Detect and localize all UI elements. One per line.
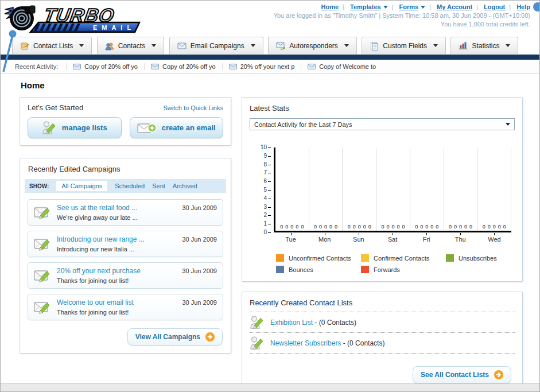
campaign-title-link[interactable]: Introducing our new range ... (57, 235, 145, 243)
app-window: TURBO EMAIL Home Templates Forms My Acco… (0, 0, 540, 392)
chart-day-group: 00000 (376, 148, 410, 231)
legend-item: Unsubscribes (446, 254, 531, 262)
contact-list-row[interactable]: Exhibition List - (0 Contacts) (250, 312, 515, 333)
envelope-icon (229, 64, 237, 69)
campaign-subtitle: Thanks for joining our list! (57, 309, 129, 316)
tab-autoresponders[interactable]: Autoresponders (268, 37, 357, 54)
login-status-text: You are logged in as "Timothy Smith" | S… (274, 12, 530, 19)
recent-activity-text: 20% off your next p (240, 63, 295, 70)
dropdown-arrow-icon (506, 44, 510, 47)
contact-list-link[interactable]: Exhibition List (270, 319, 313, 327)
campaigns-title: Recently Edited Campaigns (28, 165, 226, 173)
get-started-panel: Let's Get Started Switch to Quick Links … (20, 97, 231, 146)
nav-help-link[interactable]: Help (516, 3, 530, 10)
statistics-icon (459, 41, 468, 50)
chart-day-group: 00000 (309, 148, 343, 231)
chart-y-ticks: 012345678910 (252, 148, 271, 232)
logo-subtitle-text: EMAIL (93, 24, 135, 31)
recent-activity-item[interactable]: Copy of 20% off yo (66, 63, 144, 70)
view-all-campaigns-button[interactable]: View All Campaigns (127, 328, 223, 346)
footer-strip (1, 383, 539, 391)
tab-label: Statistics (472, 42, 499, 50)
contacts-icon (105, 41, 114, 51)
page-title: Home (21, 80, 539, 90)
tab-custom-fields[interactable]: Custom Fields (362, 37, 446, 54)
latest-stats-panel: Latest Stats Contact Activity for the La… (242, 97, 523, 282)
campaign-row[interactable]: Introducing our new range ... Introducin… (28, 231, 223, 257)
filter-all-campaigns[interactable]: All Campaigns (56, 181, 107, 191)
campaign-row[interactable]: 20% off your next purchase Thanks for jo… (28, 262, 223, 289)
tab-contacts[interactable]: Contacts (97, 37, 164, 54)
manage-lists-button[interactable]: manage lists (28, 117, 122, 138)
header-right: Home Templates Forms My Account Logout H… (274, 3, 530, 28)
main-tab-bar: Contact Lists Contacts Email Campaigns A… (1, 37, 539, 55)
create-email-button[interactable]: create an email (130, 117, 224, 138)
envelope-plus-icon (137, 122, 157, 134)
switch-to-quick-links[interactable]: Switch to Quick Links (163, 104, 223, 111)
filter-scheduled[interactable]: Scheduled (115, 183, 145, 189)
envelope-pencil-icon (34, 300, 51, 315)
campaign-row[interactable]: See us at the retail food ... We're givi… (28, 199, 223, 226)
chart-x-tick-label: Sat (375, 233, 409, 243)
dropdown-arrow-icon (506, 123, 510, 126)
see-all-contact-lists-button[interactable]: See All Contact Lists (413, 366, 511, 383)
chart-day-group: 00000 (477, 148, 511, 231)
campaigns-panel: Recently Edited Campaigns SHOW: All Camp… (20, 158, 231, 354)
recent-activity-item[interactable]: 20% off your next p (222, 63, 301, 70)
campaign-title-link[interactable]: Welcome to our email list (57, 298, 134, 306)
tab-label: Contact Lists (33, 42, 73, 50)
envelope-pencil-icon (34, 268, 51, 283)
chart-x-tick-label: Mon (308, 233, 341, 243)
recent-activity-text: Copy of Welcome to (319, 63, 376, 70)
tab-label: Contacts (118, 42, 145, 50)
campaign-row[interactable]: Welcome to our email list Thanks for joi… (28, 294, 223, 320)
dropdown-arrow-icon (79, 44, 84, 47)
nav-my-account-link[interactable]: My Account (437, 3, 472, 10)
recent-activity-item[interactable]: Copy of 20% off yo (144, 63, 222, 70)
contact-list-count: - (0 Contacts) (314, 319, 356, 327)
stats-period-select[interactable]: Contact Activity for the Last 7 Days (250, 118, 515, 130)
recent-activity-item[interactable]: Copy of Welcome to (301, 63, 382, 70)
envelope-icon (151, 64, 159, 69)
nav-forms-link[interactable]: Forms (399, 3, 419, 10)
nav-logout-link[interactable]: Logout (484, 3, 505, 10)
chart-x-tick-label: Fri (410, 233, 444, 243)
contact-lists-panel: Recently Created Contact Lists Exhibitio… (242, 292, 523, 392)
tab-contact-lists[interactable]: Contact Lists (12, 37, 92, 54)
envelope-icon (73, 64, 81, 69)
chart-legend: Unconfirmed ContactsConfirmed ContactsUn… (276, 254, 511, 273)
campaign-date: 30 Jun 2009 (182, 267, 217, 274)
campaign-title-link[interactable]: See us at the retail food ... (57, 204, 137, 212)
chart-day-group: 00000 (275, 148, 309, 231)
campaign-date: 30 Jun 2009 (182, 236, 217, 243)
legend-item: Bounces (276, 266, 361, 273)
chart-x-tick-label: Sun (341, 233, 375, 243)
campaign-title-link[interactable]: 20% off your next purchase (57, 267, 141, 275)
campaign-list: See us at the retail food ... We're givi… (25, 199, 226, 320)
contact-list-count: - (0 Contacts) (343, 339, 385, 347)
tab-label: Custom Fields (383, 42, 427, 50)
chart-x-tick-label: Wed (477, 233, 511, 243)
envelope-icon (308, 64, 316, 69)
recent-activity-text: Copy of 20% off yo (84, 63, 138, 70)
email-campaigns-icon (177, 42, 187, 49)
turbo-email-logo: TURBO EMAIL (4, 2, 142, 37)
person-pencil-icon (250, 315, 265, 329)
dropdown-arrow-icon (151, 44, 156, 47)
tab-email-campaigns[interactable]: Email Campaigns (169, 37, 263, 54)
contact-list-row[interactable]: Newsletter Subscribers - (0 Contacts) (250, 333, 515, 354)
left-column: Let's Get Started Switch to Quick Links … (20, 97, 231, 354)
nav-home-link[interactable]: Home (321, 3, 339, 10)
tab-label: Autoresponders (289, 42, 338, 50)
tab-label: Email Campaigns (191, 42, 244, 50)
nav-templates-link[interactable]: Templates (350, 3, 381, 10)
dropdown-arrow-icon (251, 44, 255, 47)
contact-lists-icon (20, 41, 29, 51)
filter-sent[interactable]: Sent (152, 183, 165, 189)
contact-list-link[interactable]: Newsletter Subscribers (270, 339, 341, 347)
filter-archived[interactable]: Archived (173, 183, 197, 189)
contact-lists-title: Recently Created Contact Lists (250, 298, 515, 312)
see-all-contact-lists-label: See All Contact Lists (421, 371, 489, 379)
chart-day-group: 00000 (444, 148, 478, 231)
tab-statistics[interactable]: Statistics (450, 37, 518, 54)
